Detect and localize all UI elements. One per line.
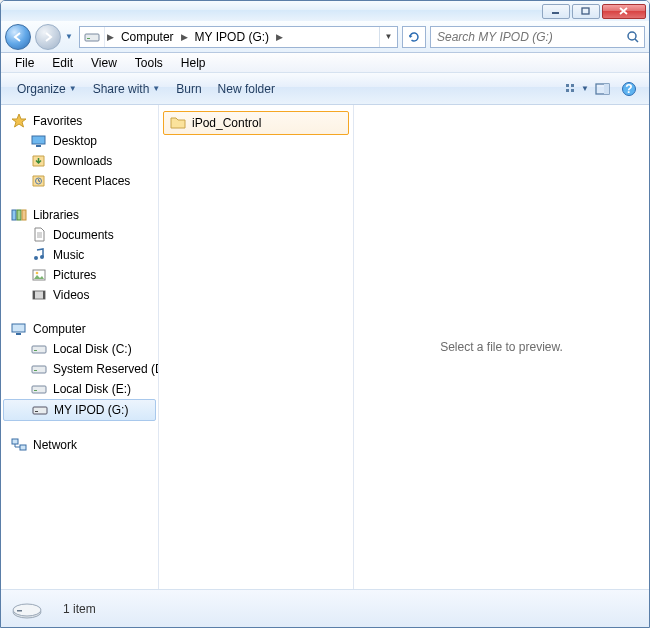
favorites-header[interactable]: Favorites — [1, 111, 158, 131]
libraries-icon — [11, 207, 27, 223]
minimize-button[interactable] — [542, 4, 570, 19]
view-options-icon — [565, 82, 579, 96]
svg-rect-24 — [33, 291, 35, 299]
forward-button[interactable] — [35, 24, 61, 50]
folder-icon — [170, 115, 186, 131]
file-item-label: iPod_Control — [192, 116, 261, 130]
sidebar-item-my-ipod[interactable]: MY IPOD (G:) — [3, 399, 156, 421]
sidebar-item-music[interactable]: Music — [1, 245, 158, 265]
svg-rect-16 — [12, 210, 16, 220]
libraries-group: Libraries Documents Music Pictures Video… — [1, 205, 158, 305]
sidebar-item-system-reserved[interactable]: System Reserved (D: — [1, 359, 158, 379]
share-with-button[interactable]: Share with▼ — [85, 78, 169, 100]
search-icon[interactable] — [622, 30, 644, 44]
recent-places-icon — [31, 173, 47, 189]
sidebar-item-localdisk-c[interactable]: Local Disk (C:) — [1, 339, 158, 359]
menu-help[interactable]: Help — [173, 54, 214, 72]
desktop-icon — [31, 133, 47, 149]
svg-rect-34 — [33, 407, 47, 414]
organize-button[interactable]: Organize▼ — [9, 78, 85, 100]
breadcrumb-arrow-icon[interactable]: ▶ — [105, 32, 116, 42]
sidebar-item-pictures[interactable]: Pictures — [1, 265, 158, 285]
svg-rect-26 — [12, 324, 25, 332]
menu-file[interactable]: File — [7, 54, 42, 72]
breadcrumb-drive[interactable]: MY IPOD (G:) — [190, 27, 274, 47]
refresh-icon — [407, 30, 421, 44]
view-options-button[interactable]: ▼ — [565, 77, 589, 101]
help-button[interactable]: ? — [617, 77, 641, 101]
svg-point-4 — [628, 32, 636, 40]
chevron-down-icon: ▼ — [152, 84, 160, 93]
new-folder-button[interactable]: New folder — [210, 78, 283, 100]
sidebar-item-localdisk-e[interactable]: Local Disk (E:) — [1, 379, 158, 399]
svg-rect-27 — [16, 333, 21, 335]
svg-rect-18 — [22, 210, 26, 220]
menu-edit[interactable]: Edit — [44, 54, 81, 72]
network-group: Network — [1, 435, 158, 455]
navigation-tree[interactable]: Favorites Desktop Downloads Recent Place… — [1, 105, 159, 589]
maximize-button[interactable] — [572, 4, 600, 19]
preview-message: Select a file to preview. — [440, 340, 563, 354]
star-icon — [11, 113, 27, 129]
svg-rect-33 — [34, 390, 37, 391]
svg-point-20 — [40, 255, 44, 259]
back-button[interactable] — [5, 24, 31, 50]
svg-rect-5 — [566, 84, 569, 87]
computer-icon — [11, 321, 27, 337]
hdd-icon — [31, 361, 47, 377]
svg-rect-32 — [32, 386, 46, 393]
help-icon: ? — [621, 81, 637, 97]
svg-rect-40 — [17, 610, 22, 612]
sidebar-item-downloads[interactable]: Downloads — [1, 151, 158, 171]
videos-icon — [31, 287, 47, 303]
history-dropdown-icon[interactable]: ▼ — [65, 32, 73, 41]
sidebar-item-videos[interactable]: Videos — [1, 285, 158, 305]
breadcrumb-arrow-icon[interactable]: ▶ — [274, 32, 285, 42]
svg-rect-6 — [571, 84, 574, 87]
chevron-down-icon: ▼ — [69, 84, 77, 93]
computer-header[interactable]: Computer — [1, 319, 158, 339]
libraries-header[interactable]: Libraries — [1, 205, 158, 225]
svg-rect-7 — [566, 89, 569, 92]
svg-rect-30 — [32, 366, 46, 373]
svg-rect-25 — [43, 291, 45, 299]
svg-rect-14 — [36, 145, 41, 147]
search-input[interactable] — [431, 30, 622, 44]
file-list[interactable]: iPod_Control — [159, 105, 354, 589]
burn-button[interactable]: Burn — [168, 78, 209, 100]
close-icon — [618, 6, 630, 16]
breadcrumb-arrow-icon[interactable]: ▶ — [179, 32, 190, 42]
close-button[interactable] — [602, 4, 646, 19]
status-drive-icon — [11, 597, 43, 621]
toolbar: Organize▼ Share with▼ Burn New folder ▼ … — [1, 73, 649, 105]
address-bar[interactable]: ▶ Computer ▶ MY IPOD (G:) ▶ ▼ — [79, 26, 398, 48]
svg-point-22 — [36, 272, 39, 275]
search-box[interactable] — [430, 26, 645, 48]
sidebar-item-desktop[interactable]: Desktop — [1, 131, 158, 151]
titlebar — [1, 1, 649, 21]
preview-pane-button[interactable] — [591, 77, 615, 101]
menu-view[interactable]: View — [83, 54, 125, 72]
svg-rect-35 — [35, 411, 38, 412]
refresh-button[interactable] — [402, 26, 426, 48]
hdd-icon — [31, 381, 47, 397]
svg-rect-13 — [32, 136, 45, 144]
minimize-icon — [551, 7, 561, 15]
forward-arrow-icon — [41, 30, 55, 44]
breadcrumb-computer[interactable]: Computer — [116, 27, 179, 47]
pictures-icon — [31, 267, 47, 283]
menu-tools[interactable]: Tools — [127, 54, 171, 72]
svg-rect-31 — [34, 370, 37, 371]
sidebar-item-recent[interactable]: Recent Places — [1, 171, 158, 191]
network-header[interactable]: Network — [1, 435, 158, 455]
drive-icon — [32, 402, 48, 418]
maximize-icon — [581, 7, 591, 15]
content-area: Favorites Desktop Downloads Recent Place… — [1, 105, 649, 589]
file-item-ipod-control[interactable]: iPod_Control — [163, 111, 349, 135]
svg-rect-2 — [85, 34, 99, 41]
address-dropdown-icon[interactable]: ▼ — [379, 27, 397, 47]
sidebar-item-documents[interactable]: Documents — [1, 225, 158, 245]
music-icon — [31, 247, 47, 263]
svg-rect-3 — [87, 38, 90, 39]
favorites-group: Favorites Desktop Downloads Recent Place… — [1, 111, 158, 191]
